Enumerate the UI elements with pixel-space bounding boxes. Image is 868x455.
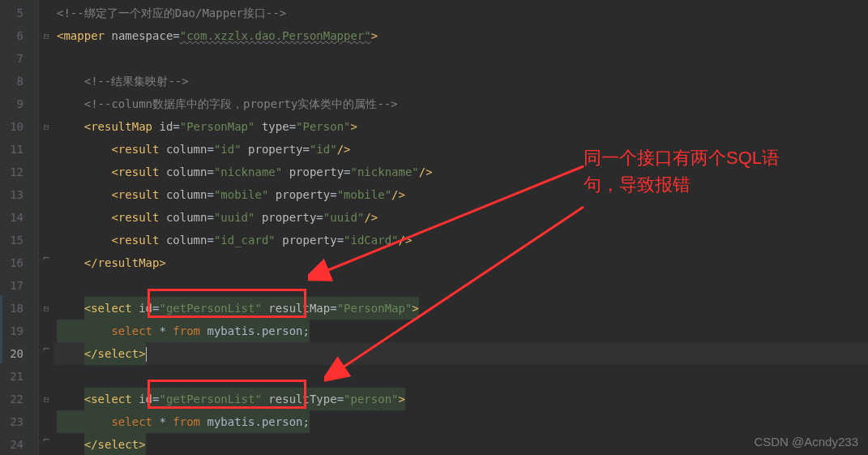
code-line[interactable]: <result column="uuid" property="uuid"/> <box>53 206 868 229</box>
code-line[interactable]: </resultMap> <box>53 251 868 274</box>
code-line[interactable] <box>53 274 868 297</box>
text-cursor <box>146 347 147 362</box>
line-number: 21 <box>0 365 38 388</box>
fold-end-icon[interactable]: ⌐ <box>39 433 53 455</box>
line-number: 9 <box>0 92 38 115</box>
line-number: 13 <box>0 183 38 206</box>
code-line[interactable] <box>53 365 868 388</box>
code-line[interactable]: <select id="getPersonList" resultMap="Pe… <box>53 297 868 320</box>
code-editor[interactable]: 5 6 7 8 9 10 11 12 13 14 15 16 17 18 19 … <box>0 0 868 455</box>
line-number: 10 <box>0 115 38 138</box>
line-number: 19 <box>0 320 38 342</box>
line-number: 17 <box>0 274 38 297</box>
gutter: 5 6 7 8 9 10 11 12 13 14 15 16 17 18 19 … <box>0 0 39 455</box>
fold-end-icon[interactable]: ⌐ <box>39 251 53 274</box>
fold-end-icon[interactable]: ⌐ <box>39 342 53 365</box>
code-line[interactable]: select * from mybatis.person; <box>53 410 868 433</box>
code-line[interactable]: select * from mybatis.person; <box>53 320 868 342</box>
line-number: 16 <box>0 251 38 274</box>
line-number: 15 <box>0 229 38 251</box>
code-line[interactable] <box>53 47 868 70</box>
code-line[interactable]: <!--column数据库中的字段，property实体类中的属性--> <box>53 92 868 115</box>
code-line[interactable]: </select> <box>53 342 868 365</box>
line-number: 22 <box>0 388 38 410</box>
code-line[interactable]: <!--绑定了一个对应的Dao/Mapper接口--> <box>53 2 868 24</box>
fold-column: ⊟ ⊟ ⌐ ⊟ ⌐ ⊟ ⌐ <box>39 0 53 455</box>
line-number: 12 <box>0 161 38 183</box>
annotation-text: 同一个接口有两个SQL语 句，导致报错 <box>584 144 780 198</box>
line-number: 11 <box>0 138 38 161</box>
fold-toggle-icon[interactable]: ⊟ <box>39 388 53 410</box>
fold-toggle-icon[interactable]: ⊟ <box>39 24 53 47</box>
code-line[interactable]: <mapper namespace="com.xzzlx.dao.PersonM… <box>53 24 868 47</box>
line-number: 18 <box>0 297 38 320</box>
code-area[interactable]: <!--绑定了一个对应的Dao/Mapper接口--> <mapper name… <box>53 0 868 455</box>
code-line[interactable]: <resultMap id="PersonMap" type="Person"> <box>53 115 868 138</box>
fold-toggle-icon[interactable]: ⊟ <box>39 115 53 138</box>
code-line[interactable]: </select> <box>53 433 868 455</box>
line-number: 20 <box>0 342 38 365</box>
line-number: 6 <box>0 24 38 47</box>
line-number: 7 <box>0 47 38 70</box>
fold-toggle-icon[interactable]: ⊟ <box>39 297 53 320</box>
line-number: 23 <box>0 410 38 433</box>
code-line[interactable]: <select id="getPersonList" resultType="p… <box>53 388 868 410</box>
code-line[interactable]: <!--结果集映射--> <box>53 70 868 92</box>
code-line[interactable]: <result column="id_card" property="idCar… <box>53 229 868 251</box>
watermark: CSDN @Acndy233 <box>754 435 858 449</box>
line-number: 14 <box>0 206 38 229</box>
line-number: 24 <box>0 433 38 455</box>
line-number: 8 <box>0 70 38 92</box>
line-number: 5 <box>0 2 38 24</box>
